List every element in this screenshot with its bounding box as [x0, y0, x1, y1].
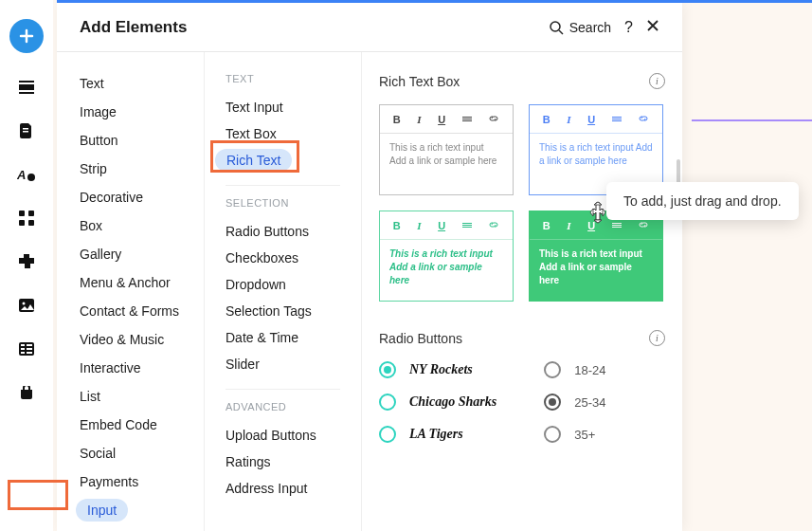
panel-header: Add Elements Search ?: [57, 3, 682, 52]
add-elements-button[interactable]: [9, 19, 44, 53]
rich-text-title: Rich Text Box: [379, 74, 460, 89]
sub-dropdown[interactable]: Dropdown: [205, 271, 361, 298]
category-contact-forms[interactable]: Contact & Forms: [57, 297, 204, 325]
highlight-rich-text: [210, 140, 299, 173]
svg-text:A: A: [17, 168, 26, 182]
svg-rect-0: [19, 84, 34, 90]
toolbar: B I U: [380, 211, 513, 240]
sub-selection-tags[interactable]: Selection Tags: [205, 298, 361, 324]
highlight-input: [8, 480, 68, 510]
link-icon: [488, 219, 499, 232]
underline-icon: U: [587, 114, 595, 125]
radio-icon: [379, 426, 396, 443]
thumb-text: This is a rich text inputAdd a link or s…: [380, 240, 513, 301]
sub-ratings[interactable]: Ratings: [205, 449, 361, 475]
category-list[interactable]: List: [57, 382, 204, 411]
sub-date-time[interactable]: Date & Time: [205, 324, 361, 351]
category-input[interactable]: Input: [57, 496, 204, 524]
bold-icon: B: [543, 220, 550, 231]
category-button[interactable]: Button: [57, 126, 204, 155]
sub-slider[interactable]: Slider: [205, 351, 361, 377]
preview-column: Rich Text Box i B I U This is a rich tex…: [362, 52, 682, 531]
category-embed-code[interactable]: Embed Code: [57, 411, 204, 439]
svg-rect-10: [28, 220, 34, 226]
radio-label: 35+: [574, 428, 595, 442]
category-text[interactable]: Text: [57, 69, 204, 98]
link-icon: [638, 113, 649, 126]
category-interactive[interactable]: Interactive: [57, 354, 204, 382]
italic-icon: I: [567, 220, 570, 231]
search-label: Search: [569, 20, 611, 35]
panel-title: Add Elements: [80, 18, 187, 37]
category-payments[interactable]: Payments: [57, 467, 204, 496]
category-gallery[interactable]: Gallery: [57, 240, 204, 268]
radio-title: Radio Buttons: [379, 331, 462, 346]
radio-group-a[interactable]: NY Rockets Chicago Sharks LA Tigers: [379, 361, 496, 443]
sub-radio-buttons[interactable]: Radio Buttons: [205, 218, 361, 245]
radio-label: Chicago Sharks: [409, 394, 496, 410]
radio-icon: [379, 361, 396, 378]
toolbar: B I U: [530, 105, 662, 134]
media-icon[interactable]: [17, 296, 36, 315]
bold-icon: B: [393, 114, 401, 125]
svg-rect-4: [23, 131, 28, 133]
svg-point-12: [23, 302, 26, 305]
align-icon: [612, 223, 622, 228]
category-image[interactable]: Image: [57, 98, 204, 126]
store-icon[interactable]: [17, 383, 36, 402]
apps-icon[interactable]: [17, 209, 36, 228]
sub-upload-buttons[interactable]: Upload Buttons: [205, 422, 361, 449]
svg-rect-9: [19, 220, 25, 226]
section-icon[interactable]: [17, 78, 36, 97]
link-icon: [638, 219, 649, 232]
svg-rect-7: [19, 211, 25, 216]
sub-checkboxes[interactable]: Checkboxes: [205, 245, 361, 271]
category-decorative[interactable]: Decorative: [57, 183, 204, 211]
link-icon: [488, 113, 499, 126]
rich-text-thumb-4[interactable]: B I U This is a rich text input Add a li…: [529, 211, 663, 302]
svg-point-20: [550, 22, 560, 31]
category-video-music[interactable]: Video & Music: [57, 325, 204, 354]
align-icon: [462, 223, 472, 228]
bold-icon: B: [393, 220, 401, 231]
svg-rect-2: [19, 92, 34, 94]
radio-group-b[interactable]: 18-24 25-34 35+: [544, 361, 605, 443]
radio-label: 18-24: [574, 363, 605, 377]
svg-rect-8: [28, 211, 34, 216]
radio-icon: [544, 426, 561, 443]
thumb-text: This is a rich text input Add a link or …: [530, 240, 662, 301]
search-button[interactable]: Search: [549, 20, 611, 35]
sub-address-input[interactable]: Address Input: [205, 475, 361, 502]
toolbar: B I U: [380, 105, 513, 134]
left-rail: A: [0, 0, 53, 531]
help-button[interactable]: ?: [624, 19, 633, 36]
category-column: Text Image Button Strip Decorative Box G…: [57, 52, 205, 531]
italic-icon: I: [567, 114, 570, 125]
subcategory-column: TEXT Text Input Text Box Rich Text SELEC…: [205, 52, 362, 531]
radio-label: NY Rockets: [409, 362, 473, 377]
category-menu-anchor[interactable]: Menu & Anchor: [57, 268, 204, 297]
page-icon[interactable]: [17, 121, 36, 140]
data-icon[interactable]: [17, 339, 36, 358]
category-cms[interactable]: CMS: [57, 524, 204, 531]
section-label-text: TEXT: [205, 73, 361, 94]
sub-text-input[interactable]: Text Input: [205, 94, 361, 120]
divider: [226, 389, 340, 390]
rich-text-thumb-3[interactable]: B I U This is a rich text inputAdd a lin…: [379, 211, 514, 302]
info-icon[interactable]: i: [649, 330, 665, 346]
radio-icon: [379, 394, 396, 411]
plugin-icon[interactable]: [17, 252, 36, 271]
svg-rect-18: [27, 348, 32, 350]
category-strip[interactable]: Strip: [57, 155, 204, 183]
text-style-icon[interactable]: A: [17, 165, 36, 184]
svg-rect-17: [27, 344, 32, 346]
category-box[interactable]: Box: [57, 211, 204, 240]
svg-rect-3: [23, 128, 28, 130]
close-button[interactable]: [646, 19, 659, 36]
radio-icon: [544, 394, 561, 411]
category-social[interactable]: Social: [57, 439, 204, 467]
info-icon[interactable]: i: [649, 73, 665, 89]
radio-label: LA Tigers: [409, 427, 463, 442]
rich-text-thumb-1[interactable]: B I U This is a rich text inputAdd a lin…: [379, 104, 514, 195]
svg-rect-14: [21, 344, 25, 346]
